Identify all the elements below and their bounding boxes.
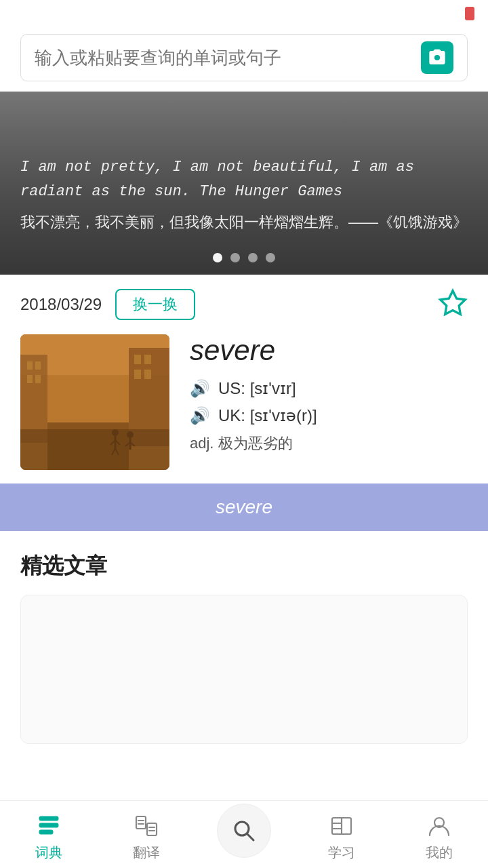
word-definition: adj. 极为恶劣的 — [190, 433, 468, 454]
word-bar[interactable]: severe — [0, 484, 488, 531]
sound-us-icon: 🔊 — [190, 379, 210, 398]
nav-label-mine: 我的 — [426, 844, 453, 862]
phonetic-uk-text: UK: [sɪ'vɪə(r)] — [218, 406, 317, 425]
wod-header: 2018/03/29 换一换 — [20, 288, 468, 321]
word-of-day-section: 2018/03/29 换一换 — [0, 275, 488, 484]
svg-rect-24 — [20, 334, 169, 470]
svg-point-20 — [127, 431, 134, 438]
word-bar-text: severe — [216, 496, 272, 518]
phonetic-us[interactable]: 🔊 US: [sɪ'vɪr] — [190, 379, 468, 398]
banner-dots — [213, 253, 275, 262]
svg-rect-26 — [39, 823, 58, 827]
camera-button[interactable] — [421, 41, 453, 74]
study-icon — [329, 814, 354, 838]
dictionary-icon — [37, 814, 61, 838]
phonetic-uk[interactable]: 🔊 UK: [sɪ'vɪə(r)] — [190, 406, 468, 425]
wod-image — [20, 334, 169, 470]
nav-label-translate: 翻译 — [133, 844, 160, 862]
svg-rect-27 — [39, 830, 53, 834]
profile-icon — [427, 814, 451, 838]
nav-item-search[interactable] — [195, 812, 293, 858]
quote-banner: I am not pretty, I am not beautiful, I a… — [0, 92, 488, 275]
wod-date: 2018/03/29 — [20, 295, 102, 314]
svg-rect-29 — [147, 823, 157, 835]
nav-item-dict[interactable]: 词典 — [0, 807, 98, 862]
nav-item-translate[interactable]: 翻译 — [98, 807, 195, 862]
svg-rect-25 — [39, 816, 58, 821]
banner-quote: I am not pretty, I am not beautiful, I a… — [20, 155, 468, 234]
wod-word: severe — [190, 334, 468, 367]
scene-illustration — [20, 334, 169, 470]
wod-details: severe 🔊 US: [sɪ'vɪr] 🔊 UK: [sɪ'vɪə(r)] … — [190, 334, 468, 454]
svg-line-19 — [115, 448, 119, 455]
mine-icon — [424, 812, 454, 840]
status-indicator — [465, 7, 474, 20]
quote-english: I am not pretty, I am not beautiful, I a… — [20, 155, 468, 203]
svg-line-22 — [125, 442, 130, 446]
svg-line-23 — [130, 442, 135, 446]
svg-marker-0 — [441, 291, 466, 315]
svg-rect-13 — [47, 422, 129, 470]
translate-icon — [131, 812, 161, 840]
nav-label-dict: 词典 — [35, 844, 62, 862]
learn-icon — [327, 812, 357, 840]
svg-line-16 — [110, 440, 115, 445]
svg-line-17 — [115, 440, 120, 445]
nav-label-learn: 学习 — [328, 844, 355, 862]
svg-point-14 — [112, 429, 119, 436]
star-icon — [438, 288, 468, 318]
dot-3[interactable] — [248, 253, 258, 262]
wod-content: severe 🔊 US: [sɪ'vɪr] 🔊 UK: [sɪ'vɪə(r)] … — [20, 334, 468, 470]
search-bar[interactable] — [20, 34, 468, 81]
quote-chinese: 我不漂亮，我不美丽，但我像太阳一样熠熠生辉。——《饥饿游戏》 — [20, 210, 468, 234]
status-bar — [0, 0, 488, 27]
favorite-button[interactable] — [438, 288, 468, 321]
phonetic-us-text: US: [sɪ'vɪr] — [218, 379, 296, 398]
articles-section: 精选文章 — [0, 531, 488, 744]
svg-line-35 — [247, 833, 254, 840]
refresh-button[interactable]: 换一换 — [115, 289, 195, 320]
dict-icon — [34, 812, 64, 840]
sound-uk-icon: 🔊 — [190, 406, 210, 425]
camera-icon — [428, 48, 447, 67]
search-icon — [231, 818, 257, 844]
dot-1[interactable] — [213, 253, 222, 262]
dot-2[interactable] — [230, 253, 240, 262]
search-input[interactable] — [35, 47, 421, 68]
nav-item-mine[interactable]: 我的 — [390, 807, 488, 862]
dot-4[interactable] — [266, 253, 275, 262]
articles-title: 精选文章 — [20, 551, 468, 581]
svg-rect-28 — [136, 816, 146, 829]
search-circle[interactable] — [217, 804, 271, 858]
article-card[interactable] — [20, 595, 468, 744]
svg-line-18 — [112, 448, 115, 455]
nav-item-learn[interactable]: 学习 — [293, 807, 390, 862]
translation-icon — [134, 814, 159, 838]
bottom-nav: 词典 翻译 — [0, 800, 488, 868]
